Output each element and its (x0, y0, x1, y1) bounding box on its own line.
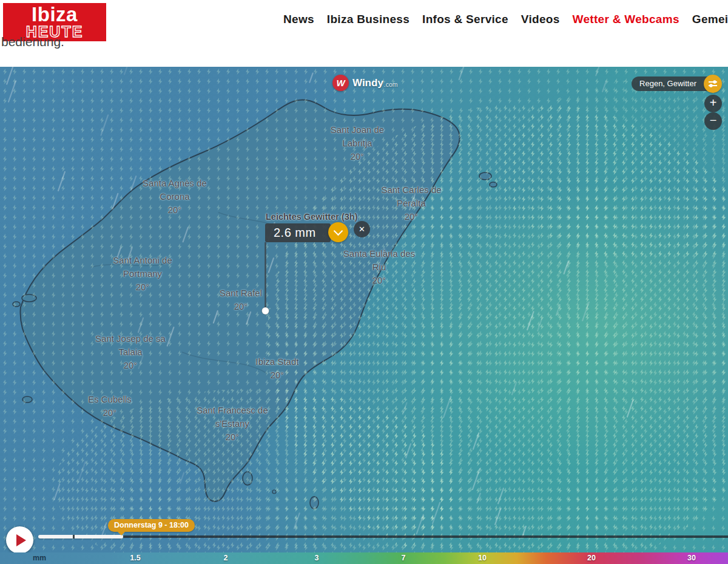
place-label[interactable]: Santa Agnès deCorona20° (143, 177, 207, 217)
timeline-play-button[interactable] (6, 526, 33, 554)
logo-line-1: Ibiza (32, 5, 78, 24)
windy-brand-tld: .com (384, 81, 398, 88)
nav-item-wetter-webcams[interactable]: Wetter & Webcams (573, 13, 679, 26)
place-temperature: 20° (113, 280, 172, 294)
windy-logo-icon: W (332, 75, 349, 91)
place-temperature: 20° (143, 203, 207, 217)
place-label[interactable]: Sant Josep de saTalaia20° (95, 332, 166, 372)
timeline-time-badge[interactable]: Donnerstag 9 - 18:00 (108, 519, 195, 532)
timeline-now-tick (73, 535, 75, 539)
layer-settings-button[interactable] (704, 75, 722, 93)
picker-popup-title: Leichtes Gewitter (3h) (266, 212, 357, 222)
legend-tick: 1.5 (130, 554, 140, 562)
timeline-progress-track[interactable] (38, 535, 123, 539)
picker-popup-value: 2.6 mm (265, 223, 331, 242)
place-temperature: 20° (88, 406, 132, 420)
nav-item-infos-service[interactable]: Infos & Service (422, 13, 508, 26)
place-temperature: 20° (381, 210, 441, 223)
zoom-in-button[interactable]: + (704, 95, 722, 112)
close-icon: ✕ (359, 225, 365, 234)
windy-brand-text: Windy (352, 77, 383, 89)
legend-tick: 10 (478, 554, 487, 562)
legend-tick: 30 (687, 554, 696, 562)
place-temperature: 20° (331, 150, 384, 163)
place-temperature: 20° (343, 274, 415, 287)
clipped-caption-text: bedienung. (1, 35, 64, 49)
legend-tick: 7 (402, 554, 406, 562)
sliders-icon (708, 80, 718, 88)
legend-tick: 2 (224, 554, 228, 562)
place-temperature: 20° (256, 369, 299, 382)
zoom-out-button[interactable]: − (704, 112, 722, 130)
place-label[interactable]: Sant Rafel20° (220, 287, 262, 313)
nav-item-news[interactable]: News (283, 13, 314, 26)
place-temperature: 20° (197, 430, 268, 444)
place-temperature: 20° (95, 359, 166, 372)
place-label[interactable]: Sant Joan deLabritja20° (331, 123, 384, 163)
legend-bar[interactable]: mm 1.5237102030 (0, 552, 728, 564)
place-label[interactable]: Sant Antoni dePortmany20° (113, 254, 172, 294)
play-icon (16, 534, 26, 546)
place-label[interactable]: Santa Eulària desRiu20° (343, 247, 415, 287)
site-header: Ibiza HEUTE bedienung. NewsIbiza Busines… (0, 0, 728, 67)
place-label[interactable]: Es Cubells20° (88, 393, 132, 420)
nav-item-ibiza-business[interactable]: Ibiza Business (327, 13, 410, 26)
nav-item-gemei[interactable]: Gemei (692, 13, 728, 26)
windy-watermark[interactable]: W Windy .com (332, 75, 398, 91)
chevron-down-icon (334, 226, 343, 236)
picker-close-button[interactable]: ✕ (354, 221, 370, 237)
nav-item-videos[interactable]: Videos (521, 13, 560, 26)
weather-map[interactable]: Sant Joan deLabritja20°Santa Agnès deCor… (0, 67, 728, 564)
layer-selector-label: Regen, Gewitter (639, 79, 696, 88)
main-nav: NewsIbiza BusinessInfos & ServiceVideosW… (283, 13, 728, 26)
legend-unit-label: mm (33, 554, 46, 562)
place-temperature: 20° (220, 300, 262, 313)
place-label[interactable]: Sant Francesc des'Estany20° (197, 404, 268, 444)
legend-tick: 3 (315, 554, 319, 562)
place-label[interactable]: Ibiza Stadt20° (256, 355, 299, 382)
timeline-remaining-track[interactable] (123, 535, 728, 538)
place-label[interactable]: Sant Carles dePeralta20° (381, 183, 441, 223)
picker-expand-button[interactable] (328, 222, 348, 242)
legend-tick: 20 (587, 554, 596, 562)
